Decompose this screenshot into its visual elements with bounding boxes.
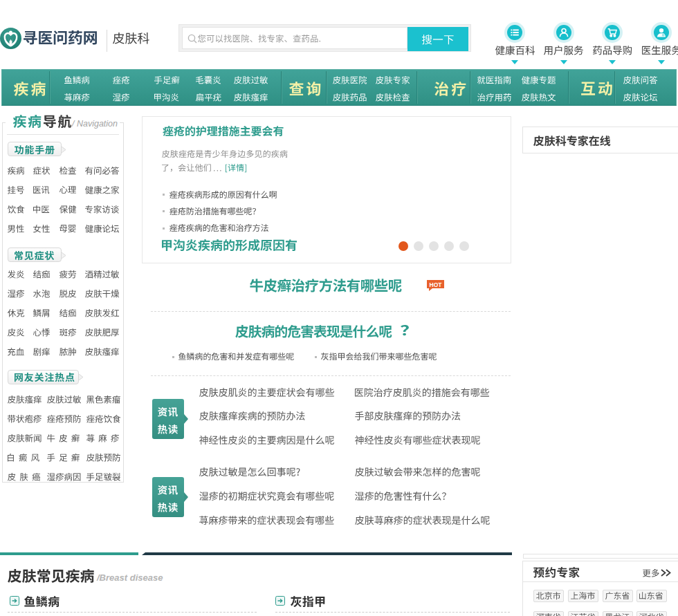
svg-text:HOT: HOT xyxy=(430,281,443,288)
